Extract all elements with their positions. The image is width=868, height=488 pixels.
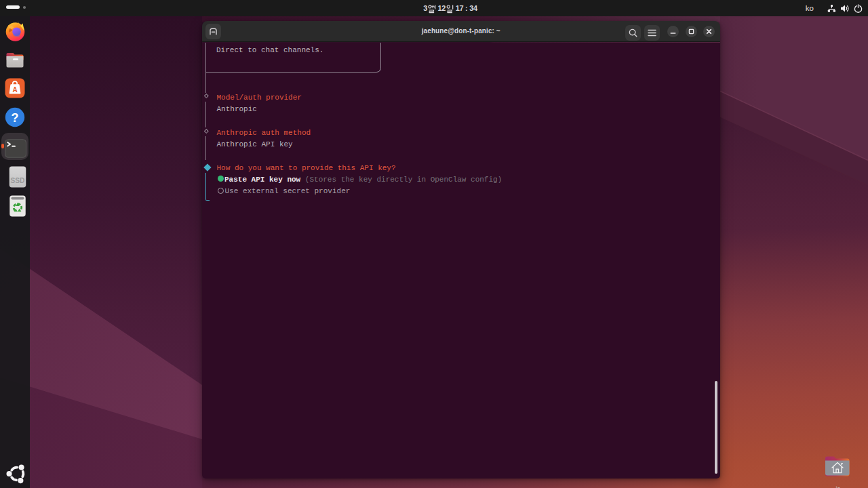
- svg-text:A: A: [12, 86, 17, 94]
- svg-text:?: ?: [12, 111, 19, 125]
- svg-text:SSD: SSD: [11, 177, 25, 184]
